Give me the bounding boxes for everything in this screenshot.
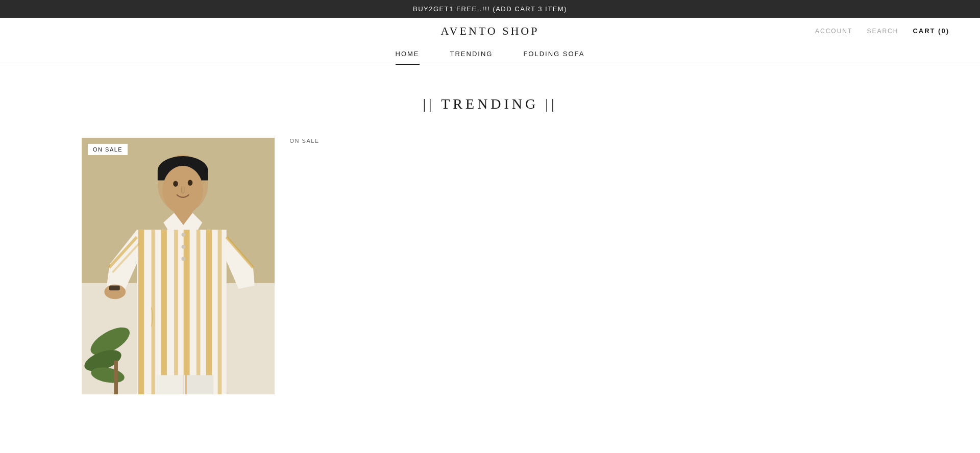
on-sale-badge: ON SALE bbox=[88, 144, 128, 155]
svg-rect-21 bbox=[206, 230, 212, 394]
svg-rect-20 bbox=[197, 230, 201, 394]
on-sale-label: ON SALE bbox=[290, 138, 483, 144]
main-nav: HOME TRENDING FOLDING SOFA bbox=[0, 44, 980, 65]
svg-rect-15 bbox=[138, 230, 144, 394]
svg-rect-30 bbox=[109, 286, 120, 290]
account-link[interactable]: ACCOUNT bbox=[815, 28, 852, 35]
cart-link[interactable]: CART (0) bbox=[913, 27, 949, 35]
svg-rect-14 bbox=[137, 230, 227, 394]
products-grid: ON SALE bbox=[82, 138, 898, 405]
section-title: || TRENDING || bbox=[20, 96, 960, 112]
svg-point-11 bbox=[173, 181, 178, 187]
svg-rect-29 bbox=[187, 375, 213, 394]
svg-rect-18 bbox=[174, 230, 178, 394]
product-image-placeholder bbox=[706, 138, 899, 394]
product-card[interactable] bbox=[498, 138, 691, 405]
svg-rect-28 bbox=[156, 375, 185, 394]
announcement-text: BUY2GET1 FREE..!!! (ADD CART 3 ITEM) bbox=[413, 5, 567, 13]
product-image-placeholder bbox=[290, 148, 483, 405]
product-card[interactable] bbox=[706, 138, 899, 405]
svg-rect-19 bbox=[184, 230, 189, 394]
nav-item-folding-sofa[interactable]: FOLDING SOFA bbox=[523, 50, 584, 65]
product-image bbox=[82, 138, 275, 394]
header: AVENTO SHOP ACCOUNT SEARCH CART (0) bbox=[0, 18, 980, 44]
site-logo[interactable]: AVENTO SHOP bbox=[441, 24, 540, 38]
svg-rect-17 bbox=[161, 230, 167, 394]
product-card[interactable]: ON SALE bbox=[82, 138, 275, 405]
product-card[interactable]: ON SALE bbox=[290, 138, 483, 405]
svg-rect-22 bbox=[218, 230, 222, 394]
svg-point-10 bbox=[162, 166, 203, 214]
product-image-placeholder bbox=[498, 138, 691, 394]
header-right: ACCOUNT SEARCH CART (0) bbox=[815, 27, 949, 35]
announcement-bar: BUY2GET1 FREE..!!! (ADD CART 3 ITEM) bbox=[0, 0, 980, 18]
nav-item-trending[interactable]: TRENDING bbox=[450, 50, 493, 65]
svg-point-12 bbox=[188, 180, 192, 186]
nav-item-home[interactable]: HOME bbox=[396, 50, 420, 65]
search-link[interactable]: SEARCH bbox=[867, 28, 898, 35]
product-image-container: ON SALE bbox=[82, 138, 275, 394]
page-content: || TRENDING || ON SALE bbox=[0, 65, 980, 425]
